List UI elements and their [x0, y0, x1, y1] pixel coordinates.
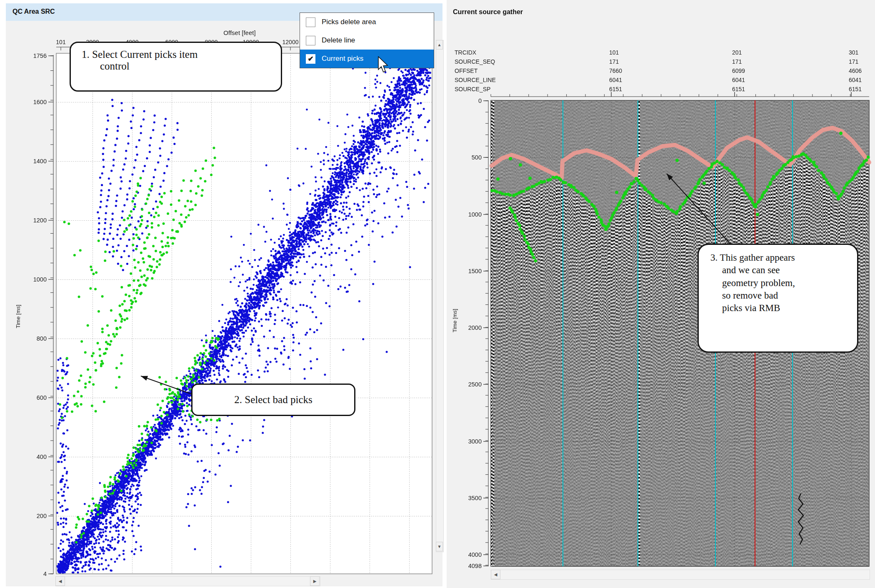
gather-horizontal-scrollbar[interactable]: [491, 570, 870, 580]
trace-header-value: 6151: [609, 86, 622, 92]
trace-header-label-source_line: SOURCE_LINE: [455, 77, 496, 83]
menu-checkbox-1[interactable]: [306, 36, 315, 45]
callout3-line1: 3. This gather appears: [710, 252, 855, 264]
svg-text:1000: 1000: [33, 276, 47, 283]
callout3-line2: and we can see: [710, 264, 855, 277]
callout2-text: 2. Select bad picks: [234, 394, 312, 406]
svg-text:1200: 1200: [33, 217, 47, 224]
svg-text:Time [ms]: Time [ms]: [452, 309, 458, 333]
callout1-line1: 1. Select Current picks item: [82, 49, 277, 60]
trace-header-value: 4606: [849, 67, 862, 74]
trace-header-label-source_sp: SOURCE_SP: [455, 86, 490, 92]
svg-text:1500: 1500: [468, 268, 482, 274]
trace-header-label-trcidx: TRCIDX: [455, 49, 476, 56]
trace-header-label-offset: OFFSET: [455, 67, 478, 74]
svg-text:1400: 1400: [33, 158, 47, 164]
trace-header-value: 171: [609, 58, 619, 65]
gather-scroll-left-button[interactable]: ◀: [491, 570, 500, 579]
trace-header-value: 7660: [609, 67, 622, 74]
qc-scroll-right-button[interactable]: ▶: [310, 576, 320, 586]
trace-header-value: 6099: [732, 67, 745, 74]
svg-text:4: 4: [43, 571, 47, 577]
qc-scroll-left-button[interactable]: ◀: [55, 576, 65, 586]
svg-text:Time [ms]: Time [ms]: [15, 305, 21, 329]
callout3-line5: picks via RMB: [710, 302, 855, 314]
trace-header-value: 171: [732, 58, 742, 65]
menu-item-label: Delete line: [322, 36, 355, 45]
trace-header-value: 6151: [849, 86, 862, 92]
menu-item-label: Current picks: [322, 55, 363, 63]
svg-text:4098: 4098: [468, 563, 482, 569]
svg-text:400: 400: [37, 453, 47, 460]
svg-text:101: 101: [56, 39, 66, 45]
trace-header-value: 6041: [609, 77, 622, 83]
mouse-cursor: [377, 56, 391, 74]
svg-text:500: 500: [472, 154, 482, 161]
trace-header-label-source_seq: SOURCE_SEQ: [455, 58, 495, 65]
menu-checkbox-0[interactable]: [306, 17, 315, 27]
svg-text:Offset [feet]: Offset [feet]: [223, 29, 255, 36]
trace-header-value: 301: [849, 49, 858, 56]
callout3-line4: so remove bad: [710, 289, 855, 302]
qc-panel-title: QC Area SRC: [12, 8, 55, 15]
svg-text:2500: 2500: [468, 381, 482, 388]
trace-header-value: 171: [849, 58, 858, 65]
svg-text:2000: 2000: [468, 324, 482, 331]
menu-item-delete-line[interactable]: Delete line: [300, 31, 434, 50]
callout3-line3: geometry problem,: [710, 277, 855, 289]
trace-header-value: 6151: [732, 86, 745, 92]
svg-text:3000: 3000: [468, 438, 482, 445]
svg-text:1600: 1600: [33, 99, 47, 105]
callout-select-current-picks: 1. Select Current picks item control: [70, 42, 282, 92]
svg-text:3500: 3500: [468, 495, 482, 501]
svg-text:4000: 4000: [468, 551, 482, 558]
qc-scroll-up-button[interactable]: ▲: [436, 40, 443, 50]
gather-panel-title: Current source gather: [453, 8, 523, 16]
qc-scroll-down-button[interactable]: ▼: [436, 542, 443, 551]
svg-text:600: 600: [37, 394, 47, 401]
trace-header-value: 101: [609, 49, 619, 56]
svg-text:1756: 1756: [33, 52, 47, 59]
callout1-line2: control: [82, 60, 277, 72]
trace-header-value: 201: [732, 49, 742, 56]
menu-checkbox-2[interactable]: ✔: [306, 54, 315, 64]
qc-horizontal-scrollbar[interactable]: [55, 576, 320, 586]
svg-text:200: 200: [37, 513, 47, 519]
picks-dropdown-menu: Picks delete areaDelete line✔Current pic…: [300, 12, 434, 68]
trace-header-value: 6041: [849, 77, 862, 83]
callout-gather-geometry-problem: 3. This gather appearsand we can seegeom…: [698, 244, 858, 353]
svg-text:1000: 1000: [468, 211, 482, 218]
trace-header-value: 6041: [732, 77, 745, 83]
application-window: 1012000400060008000100001200014000160001…: [0, 0, 875, 588]
menu-item-label: Picks delete area: [322, 18, 376, 26]
qc-vertical-scrollbar[interactable]: [436, 40, 444, 552]
callout-select-bad-picks: 2. Select bad picks: [191, 384, 355, 416]
menu-item-picks-delete-area[interactable]: Picks delete area: [300, 13, 434, 31]
menu-item-current-picks[interactable]: ✔Current picks: [300, 50, 434, 68]
svg-text:12000: 12000: [282, 39, 299, 45]
svg-text:0: 0: [478, 97, 482, 104]
svg-text:800: 800: [37, 335, 47, 342]
